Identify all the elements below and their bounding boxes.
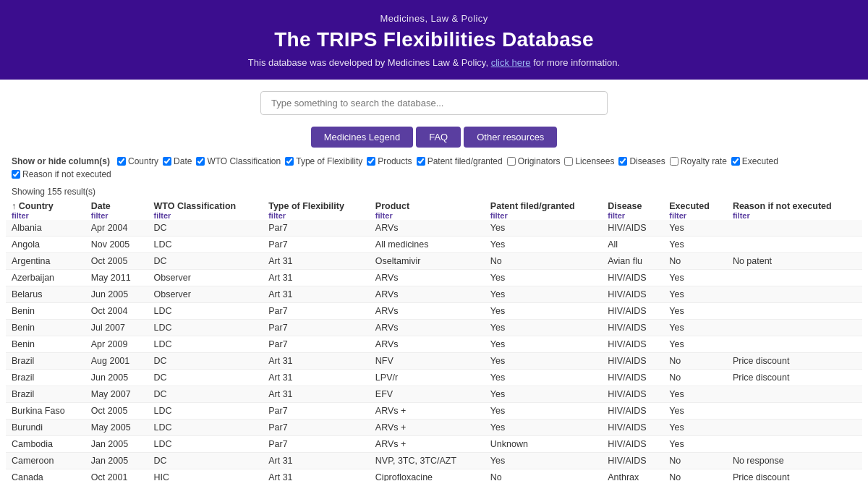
- cell-r6-c8: [727, 320, 862, 336]
- cell-r0-c0: Albania: [6, 220, 85, 237]
- table-header-row: ↑ CountryfilterDatefilterWTO Classificat…: [6, 198, 862, 220]
- col-header-label: Reason if not executed: [733, 201, 832, 211]
- cell-r0-c2: DC: [148, 220, 263, 237]
- cell-r2-c5: No: [485, 253, 602, 270]
- results-table: ↑ CountryfilterDatefilterWTO Classificat…: [6, 198, 862, 481]
- cell-r1-c8: [727, 237, 862, 253]
- cell-r3-c0: Azerbaijan: [6, 270, 85, 286]
- cell-r8-c5: Yes: [485, 353, 602, 370]
- col-filter-link[interactable]: filter: [268, 211, 364, 220]
- columns-label: Show or hide column(s): [12, 156, 110, 166]
- cell-r12-c1: May 2005: [85, 420, 148, 436]
- cell-r14-c3: Art 31: [263, 453, 370, 469]
- table-row: ArgentinaOct 2005DCArt 31OseltamivirNoAv…: [6, 253, 862, 270]
- cell-r11-c4: ARVs +: [370, 403, 485, 420]
- cell-r2-c0: Argentina: [6, 253, 85, 270]
- cell-r1-c1: Nov 2005: [85, 237, 148, 253]
- cell-r0-c7: Yes: [663, 220, 727, 237]
- col-toggle-country[interactable]: Country: [117, 156, 158, 166]
- th-7: Executedfilter: [663, 198, 727, 220]
- search-container: [0, 80, 868, 119]
- col-filter-link[interactable]: filter: [12, 211, 80, 220]
- cell-r1-c4: All medicines: [370, 237, 485, 253]
- search-input[interactable]: [260, 91, 608, 115]
- col-filter-link[interactable]: filter: [608, 211, 658, 220]
- medicines-legend-button[interactable]: Medicines Legend: [311, 127, 414, 148]
- col-filter-link[interactable]: filter: [375, 211, 479, 220]
- cell-r0-c3: Par7: [263, 220, 370, 237]
- col-toggle-executed[interactable]: Executed: [731, 156, 778, 166]
- cell-r2-c4: Oseltamivir: [370, 253, 485, 270]
- cell-r14-c5: Yes: [485, 453, 602, 469]
- other-resources-button[interactable]: Other resources: [464, 127, 557, 148]
- cell-r6-c6: HIV/AIDS: [602, 320, 663, 336]
- cell-r13-c7: Yes: [663, 436, 727, 453]
- table-row: BrazilMay 2007DCArt 31EFVYesHIV/AIDSYes: [6, 386, 862, 403]
- cell-r0-c1: Apr 2004: [85, 220, 148, 237]
- col-toggle-wto[interactable]: WTO Classification: [196, 156, 281, 166]
- cell-r12-c7: Yes: [663, 420, 727, 436]
- cell-r15-c2: HIC: [148, 469, 263, 482]
- col-toggle-date[interactable]: Date: [163, 156, 192, 166]
- col-toggle-flexibility[interactable]: Type of Flexibility: [285, 156, 362, 166]
- header-desc: This database was developed by Medicines…: [14, 57, 854, 68]
- th-5: Patent filed/grantedfilter: [485, 198, 602, 220]
- cell-r8-c7: No: [663, 353, 727, 370]
- col-toggle-patent[interactable]: Patent filed/granted: [417, 156, 503, 166]
- cell-r11-c7: Yes: [663, 403, 727, 420]
- cell-r9-c0: Brazil: [6, 370, 85, 386]
- cell-r6-c5: Yes: [485, 320, 602, 336]
- cell-r8-c4: NFV: [370, 353, 485, 370]
- table-row: BeninJul 2007LDCPar7ARVsYesHIV/AIDSYes: [6, 320, 862, 336]
- cell-r9-c7: No: [663, 370, 727, 386]
- cell-r10-c3: Art 31: [263, 386, 370, 403]
- col-filter-link[interactable]: filter: [91, 211, 142, 220]
- cell-r6-c4: ARVs: [370, 320, 485, 336]
- cell-r10-c5: Yes: [485, 386, 602, 403]
- col-toggle-products[interactable]: Products: [367, 156, 412, 166]
- th-8: Reason if not executedfilter: [727, 198, 862, 220]
- cell-r4-c5: Yes: [485, 286, 602, 303]
- cell-r5-c7: Yes: [663, 303, 727, 320]
- cell-r11-c2: LDC: [148, 403, 263, 420]
- cell-r7-c1: Apr 2009: [85, 336, 148, 353]
- cell-r3-c5: Yes: [485, 270, 602, 286]
- cell-r14-c2: DC: [148, 453, 263, 469]
- cell-r0-c6: HIV/AIDS: [602, 220, 663, 237]
- col-toggle-originators[interactable]: Originators: [507, 156, 561, 166]
- cell-r4-c0: Belarus: [6, 286, 85, 303]
- cell-r7-c3: Par7: [263, 336, 370, 353]
- col-toggle-reason[interactable]: Reason if not executed: [12, 169, 111, 179]
- table-row: BrazilAug 2001DCArt 31NFVYesHIV/AIDSNoPr…: [6, 353, 862, 370]
- th-6: Diseasefilter: [602, 198, 663, 220]
- col-filter-link[interactable]: filter: [669, 211, 721, 220]
- col-toggle-diseases[interactable]: Diseases: [618, 156, 665, 166]
- col-header-label: WTO Classification: [153, 201, 236, 211]
- cell-r11-c8: [727, 403, 862, 420]
- cell-r13-c6: HIV/AIDS: [602, 436, 663, 453]
- cell-r13-c0: Cambodia: [6, 436, 85, 453]
- col-filter-link[interactable]: filter: [153, 211, 257, 220]
- cell-r14-c6: HIV/AIDS: [602, 453, 663, 469]
- cell-r1-c2: LDC: [148, 237, 263, 253]
- header-desc-link[interactable]: click here: [491, 57, 531, 68]
- cell-r6-c1: Jul 2007: [85, 320, 148, 336]
- cell-r13-c3: Par7: [263, 436, 370, 453]
- cell-r1-c3: Par7: [263, 237, 370, 253]
- col-toggle-licensees[interactable]: Licensees: [564, 156, 614, 166]
- cell-r10-c0: Brazil: [6, 386, 85, 403]
- col-filter-link[interactable]: filter: [490, 211, 596, 220]
- col-filter-link[interactable]: filter: [733, 211, 856, 220]
- cell-r4-c8: [727, 286, 862, 303]
- cell-r12-c5: Yes: [485, 420, 602, 436]
- cell-r5-c3: Par7: [263, 303, 370, 320]
- cell-r12-c6: HIV/AIDS: [602, 420, 663, 436]
- cell-r9-c2: DC: [148, 370, 263, 386]
- cell-r8-c8: Price discount: [727, 353, 862, 370]
- cell-r4-c1: Jun 2005: [85, 286, 148, 303]
- col-toggle-royalty[interactable]: Royalty rate: [670, 156, 727, 166]
- col-header-label: Disease: [608, 201, 642, 211]
- faq-button[interactable]: FAQ: [416, 127, 461, 148]
- table-row: BurundiMay 2005LDCPar7ARVs +YesHIV/AIDSY…: [6, 420, 862, 436]
- cell-r12-c8: [727, 420, 862, 436]
